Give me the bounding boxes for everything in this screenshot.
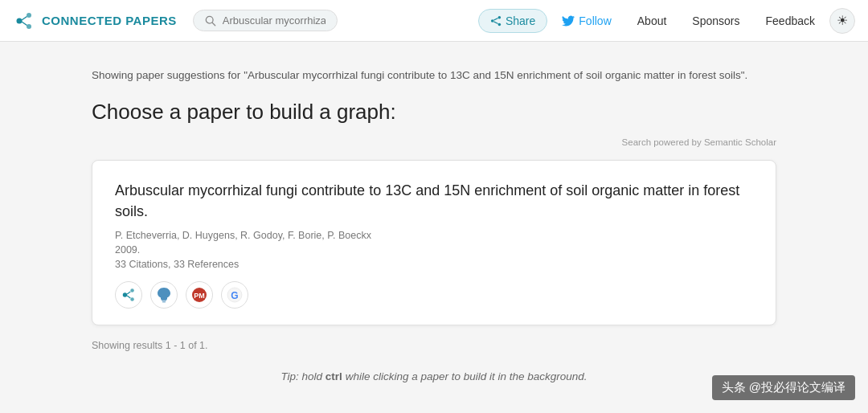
paper-authors: P. Etcheverria, D. Huygens, R. Godoy, F.… xyxy=(115,230,753,241)
page-heading: Choose a paper to build a graph: xyxy=(92,100,776,125)
feedback-button[interactable]: Feedback xyxy=(755,10,826,32)
paper-stats: 33 Citations, 33 References xyxy=(115,259,753,270)
svg-line-11 xyxy=(493,21,497,23)
svg-line-4 xyxy=(22,22,27,26)
logo-link[interactable]: CONNECTED PAPERS xyxy=(13,10,177,32)
pubmed-link[interactable]: PM xyxy=(186,281,213,309)
search-icon xyxy=(205,15,216,27)
svg-rect-17 xyxy=(162,300,166,301)
results-count: Showing results 1 - 1 of 1. xyxy=(92,340,776,351)
google-scholar-icon: G xyxy=(227,287,243,303)
svg-line-6 xyxy=(212,22,215,26)
showing-text: Showing paper suggestions for "Arbuscula… xyxy=(92,67,776,84)
svg-point-12 xyxy=(123,293,127,297)
connected-papers-small-icon xyxy=(121,287,137,303)
svg-text:G: G xyxy=(231,290,238,301)
paper-year: 2009. xyxy=(115,244,753,256)
about-button[interactable]: About xyxy=(626,10,678,32)
twitter-icon xyxy=(562,15,575,27)
svg-line-3 xyxy=(22,16,27,20)
search-bar[interactable] xyxy=(193,10,338,31)
svg-line-15 xyxy=(127,292,130,294)
semantic-credit: Search powered by Semantic Scholar xyxy=(92,137,776,147)
paper-icon-row: PM G xyxy=(115,281,753,309)
main-content: Showing paper suggestions for "Arbuscula… xyxy=(72,42,796,402)
google-scholar-link[interactable]: G xyxy=(221,281,248,309)
semantic-scholar-link[interactable] xyxy=(150,281,178,309)
svg-text:PM: PM xyxy=(194,292,205,300)
logo-text: CONNECTED PAPERS xyxy=(42,14,177,27)
pubmed-icon: PM xyxy=(191,287,207,303)
svg-line-10 xyxy=(493,18,497,20)
paper-card[interactable]: Arbuscular mycorrhizal fungi contribute … xyxy=(92,160,776,325)
follow-button[interactable]: Follow xyxy=(551,10,622,32)
svg-point-14 xyxy=(130,298,134,302)
svg-line-16 xyxy=(127,296,130,298)
svg-point-13 xyxy=(130,289,134,293)
svg-point-9 xyxy=(498,22,502,26)
logo-icon xyxy=(13,10,35,32)
svg-point-0 xyxy=(17,18,23,23)
tip-text: Tip: hold ctrl while clicking a paper to… xyxy=(92,370,776,382)
paper-title: Arbuscular mycorrhizal fungi contribute … xyxy=(115,180,753,222)
tip-ctrl: ctrl xyxy=(326,370,342,382)
svg-point-7 xyxy=(498,15,502,18)
svg-point-8 xyxy=(491,19,494,22)
search-input[interactable] xyxy=(223,14,326,27)
theme-toggle-button[interactable]: ☀ xyxy=(829,8,855,34)
sponsors-button[interactable]: Sponsors xyxy=(681,10,751,32)
nav-links: Share Follow About Sponsors Feedback ☀ xyxy=(478,8,855,34)
semantic-scholar-icon xyxy=(156,287,172,303)
connected-papers-link[interactable] xyxy=(115,281,142,309)
svg-rect-18 xyxy=(162,301,166,303)
navbar: CONNECTED PAPERS Share Follow xyxy=(0,0,868,42)
share-icon xyxy=(490,15,502,27)
share-button[interactable]: Share xyxy=(478,9,547,33)
